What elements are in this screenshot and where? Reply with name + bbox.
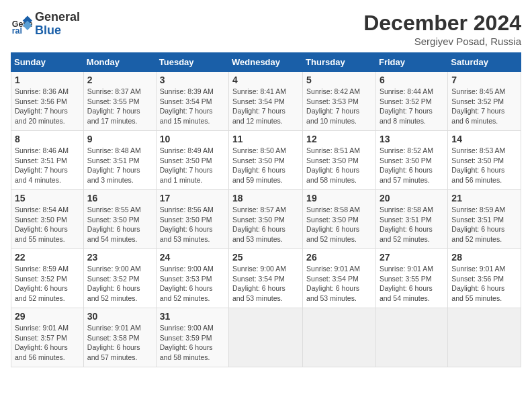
day-number: 8 [15,134,80,144]
day-info: Sunrise: 9:01 AM Sunset: 3:57 PM Dayligh… [15,323,80,363]
day-header: Monday [83,53,156,72]
calendar-table: SundayMondayTuesdayWednesdayThursdayFrid… [11,52,521,367]
month-title: December 2024 [363,11,521,36]
day-header: Thursday [303,53,376,72]
day-info: Sunrise: 8:59 AM Sunset: 3:52 PM Dayligh… [15,264,80,304]
day-info: Sunrise: 8:57 AM Sunset: 3:50 PM Dayligh… [232,205,299,244]
logo-text: General Blue [35,11,80,38]
calendar-cell: 22Sunrise: 8:59 AM Sunset: 3:52 PM Dayli… [11,249,84,308]
day-number: 22 [15,252,80,263]
calendar-cell: 18Sunrise: 8:57 AM Sunset: 3:50 PM Dayli… [229,190,303,249]
calendar-cell: 15Sunrise: 8:54 AM Sunset: 3:50 PM Dayli… [11,190,84,249]
day-number: 14 [451,134,517,144]
day-info: Sunrise: 8:49 AM Sunset: 3:50 PM Dayligh… [160,146,225,185]
calendar-cell: 28Sunrise: 9:01 AM Sunset: 3:56 PM Dayli… [448,249,521,308]
day-info: Sunrise: 8:58 AM Sunset: 3:51 PM Dayligh… [380,205,444,244]
day-number: 24 [160,252,225,263]
day-info: Sunrise: 8:44 AM Sunset: 3:52 PM Dayligh… [380,87,444,126]
day-number: 18 [232,193,299,203]
day-info: Sunrise: 8:55 AM Sunset: 3:50 PM Dayligh… [87,205,152,244]
day-number: 26 [306,252,372,263]
day-number: 9 [87,134,152,144]
day-info: Sunrise: 9:01 AM Sunset: 3:56 PM Dayligh… [451,264,517,304]
calendar-cell: 23Sunrise: 9:00 AM Sunset: 3:52 PM Dayli… [83,249,156,308]
day-number: 5 [306,75,372,85]
day-number: 3 [160,75,225,85]
day-header: Sunday [11,53,84,72]
calendar-cell [448,308,521,367]
day-number: 29 [15,311,80,322]
day-number: 6 [380,75,444,85]
logo: Gene ral General Blue [11,11,80,38]
day-info: Sunrise: 8:51 AM Sunset: 3:50 PM Dayligh… [306,146,372,185]
day-info: Sunrise: 8:39 AM Sunset: 3:54 PM Dayligh… [160,87,225,126]
calendar-header-row: SundayMondayTuesdayWednesdayThursdayFrid… [11,53,521,72]
calendar-week-row: 29Sunrise: 9:01 AM Sunset: 3:57 PM Dayli… [11,308,521,367]
day-info: Sunrise: 8:50 AM Sunset: 3:50 PM Dayligh… [232,146,299,185]
day-number: 30 [87,311,152,322]
day-info: Sunrise: 9:00 AM Sunset: 3:53 PM Dayligh… [160,264,225,304]
day-info: Sunrise: 8:48 AM Sunset: 3:51 PM Dayligh… [87,146,152,185]
location: Sergiyev Posad, Russia [363,36,521,47]
day-number: 21 [451,193,517,203]
day-number: 25 [232,252,299,263]
day-info: Sunrise: 8:45 AM Sunset: 3:52 PM Dayligh… [451,87,517,126]
day-info: Sunrise: 9:01 AM Sunset: 3:55 PM Dayligh… [380,264,444,304]
day-info: Sunrise: 8:37 AM Sunset: 3:55 PM Dayligh… [87,87,152,126]
day-number: 12 [306,134,372,144]
calendar-week-row: 8Sunrise: 8:46 AM Sunset: 3:51 PM Daylig… [11,131,521,190]
day-number: 1 [15,75,80,85]
calendar-cell: 25Sunrise: 9:00 AM Sunset: 3:54 PM Dayli… [229,249,303,308]
day-info: Sunrise: 8:41 AM Sunset: 3:54 PM Dayligh… [232,87,299,126]
calendar-cell [303,308,376,367]
day-info: Sunrise: 9:00 AM Sunset: 3:59 PM Dayligh… [160,323,225,363]
calendar-cell: 7Sunrise: 8:45 AM Sunset: 3:52 PM Daylig… [448,72,521,131]
day-header: Wednesday [229,53,303,72]
day-header: Saturday [448,53,521,72]
calendar-cell: 12Sunrise: 8:51 AM Sunset: 3:50 PM Dayli… [303,131,376,190]
calendar-week-row: 15Sunrise: 8:54 AM Sunset: 3:50 PM Dayli… [11,190,521,249]
day-header: Friday [375,53,447,72]
calendar-cell: 5Sunrise: 8:42 AM Sunset: 3:53 PM Daylig… [303,72,376,131]
day-info: Sunrise: 8:36 AM Sunset: 3:56 PM Dayligh… [15,87,80,126]
day-info: Sunrise: 8:42 AM Sunset: 3:53 PM Dayligh… [306,87,372,126]
svg-text:ral: ral [12,26,22,35]
calendar-week-row: 22Sunrise: 8:59 AM Sunset: 3:52 PM Dayli… [11,249,521,308]
calendar-cell: 2Sunrise: 8:37 AM Sunset: 3:55 PM Daylig… [83,72,156,131]
calendar-cell: 10Sunrise: 8:49 AM Sunset: 3:50 PM Dayli… [156,131,228,190]
day-number: 11 [232,134,299,144]
calendar-cell: 19Sunrise: 8:58 AM Sunset: 3:50 PM Dayli… [303,190,376,249]
day-info: Sunrise: 9:01 AM Sunset: 3:58 PM Dayligh… [87,323,152,363]
calendar-cell: 11Sunrise: 8:50 AM Sunset: 3:50 PM Dayli… [229,131,303,190]
calendar-cell: 17Sunrise: 8:56 AM Sunset: 3:50 PM Dayli… [156,190,228,249]
calendar-week-row: 1Sunrise: 8:36 AM Sunset: 3:56 PM Daylig… [11,72,521,131]
day-info: Sunrise: 9:00 AM Sunset: 3:52 PM Dayligh… [87,264,152,304]
calendar-cell: 6Sunrise: 8:44 AM Sunset: 3:52 PM Daylig… [375,72,447,131]
day-number: 13 [380,134,444,144]
calendar-cell: 20Sunrise: 8:58 AM Sunset: 3:51 PM Dayli… [375,190,447,249]
calendar-cell: 3Sunrise: 8:39 AM Sunset: 3:54 PM Daylig… [156,72,228,131]
day-number: 16 [87,193,152,203]
calendar-cell: 4Sunrise: 8:41 AM Sunset: 3:54 PM Daylig… [229,72,303,131]
calendar-cell: 1Sunrise: 8:36 AM Sunset: 3:56 PM Daylig… [11,72,84,131]
calendar-cell: 14Sunrise: 8:53 AM Sunset: 3:50 PM Dayli… [448,131,521,190]
calendar-cell [229,308,303,367]
day-number: 10 [160,134,225,144]
day-info: Sunrise: 8:56 AM Sunset: 3:50 PM Dayligh… [160,205,225,244]
day-number: 4 [232,75,299,85]
calendar-cell: 31Sunrise: 9:00 AM Sunset: 3:59 PM Dayli… [156,308,228,367]
calendar-cell: 26Sunrise: 9:01 AM Sunset: 3:54 PM Dayli… [303,249,376,308]
day-number: 17 [160,193,225,203]
calendar-cell: 21Sunrise: 8:59 AM Sunset: 3:51 PM Dayli… [448,190,521,249]
calendar-cell: 30Sunrise: 9:01 AM Sunset: 3:58 PM Dayli… [83,308,156,367]
calendar-cell [375,308,447,367]
calendar-cell: 9Sunrise: 8:48 AM Sunset: 3:51 PM Daylig… [83,131,156,190]
day-number: 7 [451,75,517,85]
day-info: Sunrise: 8:53 AM Sunset: 3:50 PM Dayligh… [451,146,517,185]
day-number: 20 [380,193,444,203]
calendar-cell: 29Sunrise: 9:01 AM Sunset: 3:57 PM Dayli… [11,308,84,367]
day-number: 23 [87,252,152,263]
day-number: 31 [160,311,225,322]
day-number: 27 [380,252,444,263]
day-info: Sunrise: 9:01 AM Sunset: 3:54 PM Dayligh… [306,264,372,304]
